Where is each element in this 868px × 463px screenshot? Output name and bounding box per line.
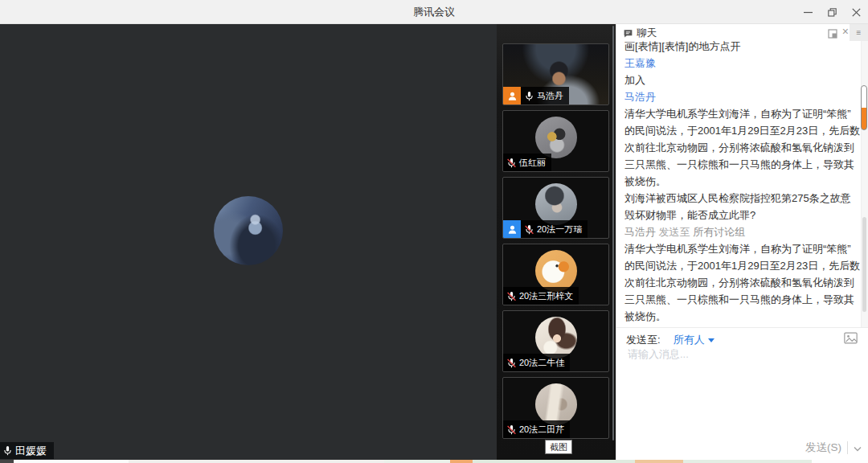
participant-name: 20法二牛佳 [519,357,564,369]
taskbar-segment [473,460,635,463]
participant-namebar: 20法二牛佳 [503,354,570,371]
send-button[interactable]: 发送(S) [805,440,841,455]
chat-message-meta: 马浩丹 发送至 所有讨论组 [624,223,861,240]
participant-overlay: 马浩丹 [503,87,569,104]
taskbar-segment [129,460,384,463]
participant-name: 20法三邢梓文 [519,290,573,302]
participant-overlay: 20法二田芹 [503,420,570,438]
chevron-down-icon [708,338,714,342]
chat-message-name: 王嘉豫 [624,55,861,72]
send-image-icon[interactable] [844,332,858,347]
send-options-chevron-icon[interactable] [854,440,862,455]
microphone-icon [506,424,517,435]
taskbar-segment [635,460,683,463]
chat-message-list[interactable]: 画[表情][表情]的地方点开王嘉豫加入马浩丹清华大学电机系学生刘海洋，自称为了证… [624,38,861,327]
participant-namebar: 20法三邢梓文 [503,287,579,305]
participant-namebar: 20法二田芹 [503,420,570,438]
taskbar-edge [0,460,868,463]
participant-tile[interactable]: 马浩丹 [502,43,609,105]
microphone-icon [2,445,13,456]
participant-avatar [535,383,577,425]
message-input[interactable] [626,347,854,361]
microphone-icon [524,91,534,101]
participant-namebar: 伍红丽 [503,154,551,171]
chat-scrollbar-thumb-new-messages[interactable] [861,85,867,130]
main-video-stage: 田媛媛 [0,24,497,460]
send-to-selector[interactable]: 所有人 [674,333,714,347]
role-badge-icon [503,87,521,104]
active-speaker-avatar [214,196,283,265]
chat-panel: 聊天 × ≡ 画[表情][表情]的地方点开王嘉豫加入马浩丹清华大学电机系学生刘海… [616,24,868,460]
participant-avatar [535,183,577,225]
participant-namebar: 马浩丹 [521,87,569,104]
participant-tile[interactable]: 20法三邢梓文 [502,244,609,305]
participant-avatar [535,250,577,292]
chat-message-plain: 画[表情][表情]的地方点开 [624,38,861,55]
chat-message-plain: 加入 [624,72,861,88]
send-cluster: 发送(S) [805,440,862,455]
microphone-icon [524,224,534,235]
send-to-value: 所有人 [674,333,705,347]
chat-message-body: 清华大学电机系学生刘海洋，自称为了证明“笨熊”的民间说法，于2001年1月29日… [624,240,861,327]
send-separator [847,441,848,454]
taskbar-segment [14,460,129,463]
participant-name: 20法一万瑞 [537,223,582,236]
active-speaker-nametag: 田媛媛 [0,442,54,459]
role-badge-icon [503,220,521,238]
microphone-icon [506,158,517,168]
send-to-row: 发送至: 所有人 [626,333,714,347]
taskbar-segment [450,460,473,463]
participant-overlay: 20法一万瑞 [503,220,588,238]
participant-strip: 马浩丹 伍红丽 2 [497,24,616,460]
minimize-button[interactable] [796,0,820,24]
participant-name: 马浩丹 [537,90,563,102]
microphone-icon [506,291,517,301]
taskbar-segment [384,460,450,463]
window-titlebar: 腾讯会议 [0,0,868,24]
microphone-icon [506,358,517,368]
chat-scrollbar-thumb[interactable] [862,217,866,312]
window-controls [796,0,868,24]
participant-tile[interactable]: 20法二牛佳 [502,310,609,372]
participant-tile[interactable]: 20法一万瑞 [502,177,609,239]
strip-scrollbar[interactable] [612,26,614,440]
participant-overlay: 伍红丽 [503,154,551,171]
restore-button[interactable] [820,0,844,24]
participant-overlay: 20法三邢梓文 [503,287,579,305]
chat-close-icon[interactable]: × [842,25,849,38]
send-to-label: 发送至: [626,333,661,347]
participant-tile[interactable]: 20法二田芹 [502,377,609,439]
participant-tile[interactable]: 伍红丽 [502,110,609,172]
taskbar-segment [683,460,812,463]
participant-name: 伍红丽 [519,157,546,169]
participant-namebar: 20法一万瑞 [521,220,588,238]
chat-message-name: 马浩丹 [624,88,861,105]
screenshot-tooltip[interactable]: 截图 [545,440,572,454]
participant-avatar [535,117,577,158]
participant-avatar [535,317,577,359]
chat-divider [616,327,868,328]
participant-overlay: 20法二牛佳 [503,354,570,371]
active-speaker-name: 田媛媛 [15,444,47,458]
window-title: 腾讯会议 [413,5,455,19]
close-button[interactable] [844,0,868,24]
chat-message-body: 清华大学电机系学生刘海洋，自称为了证明“笨熊”的民间说法，于2001年1月29日… [624,105,861,223]
taskbar-segment [0,460,14,463]
participant-name: 20法二田芹 [519,424,564,436]
taskbar-segment [812,460,868,463]
